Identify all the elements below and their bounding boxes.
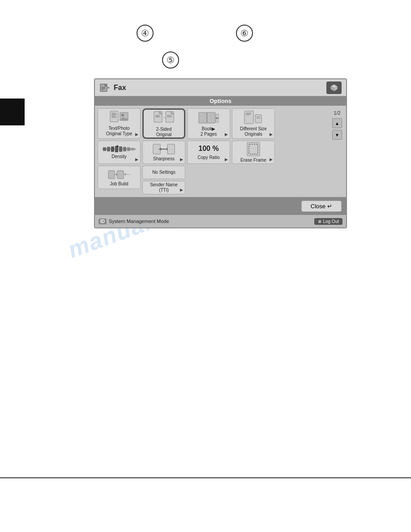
svg-rect-11 <box>111 113 116 114</box>
svg-rect-58 <box>117 171 124 179</box>
panel-title: Fax <box>114 84 126 92</box>
svg-rect-38 <box>257 118 260 118</box>
scroll-down-btn[interactable]: ▼ <box>332 130 342 140</box>
two-sided-icon: → <box>153 110 175 126</box>
two-sided-svg: → <box>153 110 175 126</box>
two-sided-label: 2-Sided Original <box>156 127 171 137</box>
text-photo-svg <box>109 111 129 125</box>
svg-rect-32 <box>216 119 219 122</box>
diff-size-label: Different Size Originals <box>240 126 267 137</box>
svg-rect-20 <box>155 115 159 116</box>
status-bar: ID System Management Mode ⊕ Log Out <box>95 215 346 227</box>
job-build-label: Job Build <box>110 181 128 187</box>
diff-size-icon <box>244 110 263 125</box>
close-icon: ↵ <box>327 203 332 210</box>
book-2pages-svg: ▶ <box>198 110 219 125</box>
job-build-svg: + +··· <box>107 168 131 180</box>
svg-marker-5 <box>108 87 110 88</box>
svg-rect-42 <box>111 146 114 152</box>
svg-rect-4 <box>102 89 104 90</box>
circle-label-5: ⑤ <box>162 51 179 69</box>
page-indicator: 1/2 <box>334 110 340 116</box>
svg-rect-35 <box>246 113 251 114</box>
ui-panel: Fax Options <box>94 78 347 228</box>
erase-frame-label: Erase Frame <box>240 158 266 163</box>
svg-rect-28 <box>207 112 215 123</box>
no-settings-label: No Settings <box>152 170 176 175</box>
text-photo-arrow: ▶ <box>135 132 138 137</box>
svg-rect-37 <box>257 116 260 117</box>
copy-ratio-arrow: ▶ <box>225 157 228 162</box>
svg-text:+···: +··· <box>124 172 130 177</box>
close-button[interactable]: Close ↵ <box>301 201 342 212</box>
svg-rect-12 <box>111 114 117 115</box>
book-2pages-icon: ▶ <box>198 110 219 125</box>
density-btn[interactable]: Density ▶ <box>98 141 141 164</box>
logout-icon: ⊕ <box>318 219 321 224</box>
svg-rect-45 <box>123 147 126 151</box>
svg-rect-13 <box>111 116 116 116</box>
erase-frame-arrow: ▶ <box>270 157 273 162</box>
svg-rect-25 <box>167 115 171 116</box>
density-svg <box>101 145 137 153</box>
grid-area: Text/Photo Original Type ▶ <box>95 106 346 197</box>
sharpness-svg <box>152 143 176 155</box>
svg-rect-47 <box>131 148 134 150</box>
svg-rect-36 <box>246 114 250 115</box>
sender-name-arrow: ▶ <box>180 188 183 192</box>
fax-icon <box>99 83 110 92</box>
svg-rect-53 <box>167 144 175 154</box>
sender-name-label: Sender Name (TTI) <box>150 182 178 193</box>
book-2pages-btn[interactable]: ▶ Book▶ 2 Pages ▶ <box>187 108 230 139</box>
svg-rect-27 <box>199 112 207 123</box>
text-photo-btn[interactable]: Text/Photo Original Type ▶ <box>98 108 141 139</box>
erase-frame-icon <box>246 142 261 157</box>
svg-rect-40 <box>103 147 106 151</box>
no-settings-btn[interactable]: No Settings <box>142 166 185 179</box>
svg-rect-43 <box>115 146 118 152</box>
svg-point-16 <box>121 114 124 116</box>
copy-ratio-value: 100 % <box>198 144 218 153</box>
text-photo-label: Text/Photo Original Type <box>106 126 133 137</box>
copy-ratio-label: Copy Ratio <box>197 155 219 160</box>
circle-label-4: ④ <box>137 25 154 42</box>
svg-rect-46 <box>127 147 130 151</box>
copy-ratio-btn[interactable]: 100 % Copy Ratio ▶ <box>187 141 230 164</box>
erase-frame-btn[interactable]: Erase Frame ▶ <box>232 141 275 164</box>
book-2pages-arrow: ▶ <box>225 132 228 137</box>
main-grid: Text/Photo Original Type ▶ <box>98 108 329 194</box>
logout-button[interactable]: ⊕ Log Out <box>314 218 342 225</box>
grid-row-1: Text/Photo Original Type ▶ <box>98 108 329 139</box>
density-label: Density <box>111 154 126 159</box>
options-bar: Options <box>95 96 346 106</box>
svg-rect-10 <box>110 111 118 122</box>
density-icon <box>101 145 137 153</box>
diff-size-arrow: ▶ <box>270 132 273 137</box>
svg-rect-21 <box>155 116 160 117</box>
cube-icon <box>330 83 338 92</box>
panel-icon-btn[interactable] <box>326 82 342 94</box>
svg-rect-31 <box>216 114 219 118</box>
sharpness-label: Sharpness <box>153 156 175 162</box>
grid-row-2: Density ▶ <box>98 141 329 164</box>
sharpness-btn[interactable]: Sharpness ▶ <box>142 141 185 164</box>
title-bar-left: Fax <box>99 83 126 92</box>
job-build-btn[interactable]: + +··· Job Build <box>98 166 141 189</box>
scroll-up-btn[interactable]: ▲ <box>332 118 342 128</box>
svg-rect-44 <box>119 146 122 152</box>
svg-rect-34 <box>255 115 261 123</box>
svg-rect-3 <box>102 88 105 88</box>
title-bar: Fax <box>95 79 346 96</box>
svg-rect-56 <box>108 171 115 179</box>
density-arrow: ▶ <box>135 157 138 162</box>
sender-name-btn[interactable]: Sender Name (TTI) ▶ <box>142 181 185 194</box>
system-mode-label: System Management Mode <box>109 219 169 224</box>
grid-row-3: + +··· Job Build No Settings <box>98 166 329 194</box>
erase-frame-svg <box>246 142 261 157</box>
scroll-sidebar: 1/2 ▲ ▼ <box>331 108 343 194</box>
diff-size-btn[interactable]: Different Size Originals ▶ <box>232 108 275 139</box>
text-photo-icon <box>109 111 129 125</box>
diff-size-svg <box>244 110 263 125</box>
two-sided-btn[interactable]: → 2-Sided Original <box>142 108 185 139</box>
svg-rect-2 <box>102 87 105 87</box>
